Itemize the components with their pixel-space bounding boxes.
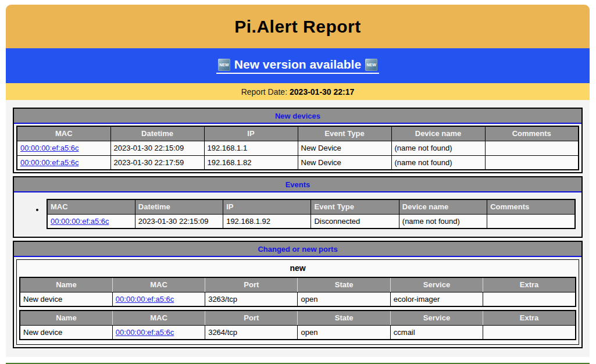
column-header-state: State — [298, 277, 390, 292]
cell-port: 3264/tcp — [205, 325, 298, 340]
cell-service: ccmail — [390, 325, 483, 340]
cell-ip: 192.168.1.1 — [204, 141, 298, 155]
cell-datetime: 2023-01-30 22:17:59 — [110, 155, 204, 170]
ports-table-1: Name MAC Port State Service Extra New de… — [19, 277, 576, 307]
table-header-row: Name MAC Port State Service Extra — [20, 311, 576, 325]
cell-device-name: (name not found) — [391, 141, 485, 155]
column-header-mac: MAC — [112, 277, 205, 292]
table-row: New device 00:00:00:ef:a5:6c 3264/tcp op… — [20, 325, 576, 340]
section-ports: Changed or new ports new Name MAC Port S… — [13, 241, 583, 348]
column-header-port: Port — [205, 311, 298, 325]
cell-event-type: New Device — [298, 155, 391, 170]
cell-device-name: (name not found) — [399, 214, 487, 229]
mac-link[interactable]: 00:00:00:ef:a5:6c — [116, 328, 174, 337]
mac-link[interactable]: 00:00:00:ef:a5:6c — [51, 217, 109, 226]
column-header-mac: MAC — [17, 126, 110, 141]
cell-mac: 00:00:00:ef:a5:6c — [47, 214, 135, 229]
new-version-link[interactable]: NEW New version available NEW — [216, 58, 379, 74]
report-container: Pi.Alert Report NEW New version availabl… — [6, 5, 590, 364]
column-header-ip: IP — [204, 126, 298, 141]
column-header-extra: Extra — [483, 277, 576, 292]
cell-port: 3263/tcp — [205, 292, 298, 306]
new-version-banner: NEW New version available NEW — [6, 48, 590, 83]
cell-comments — [487, 214, 575, 229]
cell-mac: 00:00:00:ef:a5:6c — [17, 141, 110, 155]
column-header-state: State — [298, 311, 390, 325]
cell-comments — [485, 155, 579, 170]
cell-name: New device — [20, 292, 112, 306]
cell-mac: 00:00:00:ef:a5:6c — [112, 325, 205, 340]
column-header-comments: Comments — [487, 199, 575, 214]
new-badge-icon: NEW — [365, 59, 377, 71]
column-header-device-name: Device name — [391, 126, 485, 141]
cell-state: open — [298, 292, 390, 306]
cell-event-type: New Device — [298, 141, 391, 155]
cell-extra — [483, 292, 576, 306]
table-header-row: Name MAC Port State Service Extra — [20, 277, 576, 292]
column-header-ip: IP — [223, 199, 311, 214]
column-header-mac: MAC — [47, 199, 135, 214]
events-list-item: MAC Datetime IP Event Type Device name C… — [44, 199, 578, 229]
column-header-comments: Comments — [485, 126, 579, 141]
section-title-events: Events — [14, 177, 581, 192]
column-header-service: Service — [390, 277, 483, 292]
report-date-label: Report Date: — [241, 87, 287, 97]
table-header-row: MAC Datetime IP Event Type Device name C… — [47, 199, 575, 214]
column-header-name: Name — [20, 277, 112, 292]
report-date-value: 2023-01-30 22:17 — [290, 87, 354, 97]
cell-comments — [485, 141, 579, 155]
column-header-event-type: Event Type — [298, 126, 391, 141]
cell-ip: 192.168.1.82 — [204, 155, 298, 170]
new-badge-icon: NEW — [218, 59, 230, 71]
report-body: New devices MAC Datetime IP Event Type D… — [6, 100, 590, 357]
cell-extra — [483, 325, 576, 340]
column-header-port: Port — [205, 277, 298, 292]
report-date-bar: Report Date: 2023-01-30 22:17 — [6, 83, 590, 100]
table-row: 00:00:00:ef:a5:6c 2023-01-30 22:15:09 19… — [17, 141, 579, 155]
table-header-row: MAC Datetime IP Event Type Device name C… — [17, 126, 579, 141]
mac-link[interactable]: 00:00:00:ef:a5:6c — [20, 144, 78, 152]
cell-device-name: (name not found) — [391, 155, 485, 170]
events-table: MAC Datetime IP Event Type Device name C… — [47, 199, 576, 229]
column-header-service: Service — [390, 311, 483, 325]
report-header: Pi.Alert Report — [6, 5, 590, 48]
cell-mac: 00:00:00:ef:a5:6c — [17, 155, 110, 170]
table-row: New device 00:00:00:ef:a5:6c 3263/tcp op… — [20, 292, 576, 306]
section-title-new-devices: New devices — [14, 109, 581, 124]
table-row: 00:00:00:ef:a5:6c 2023-01-30 22:17:59 19… — [17, 155, 579, 170]
events-list: MAC Datetime IP Event Type Device name C… — [14, 199, 578, 229]
cell-event-type: Disconnected — [311, 214, 399, 229]
section-events: Events MAC Datetime IP Event Type Device… — [13, 176, 583, 238]
mac-link[interactable]: 00:00:00:ef:a5:6c — [116, 295, 174, 304]
ports-new-group: new Name MAC Port State Service Extra — [16, 259, 579, 345]
column-header-datetime: Datetime — [110, 126, 204, 141]
cell-datetime: 2023-01-30 22:15:09 — [110, 141, 204, 155]
column-header-event-type: Event Type — [311, 199, 399, 214]
column-header-extra: Extra — [483, 311, 576, 325]
column-header-mac: MAC — [112, 311, 205, 325]
page-title: Pi.Alert Report — [234, 17, 361, 37]
column-header-device-name: Device name — [399, 199, 487, 214]
section-title-ports: Changed or new ports — [14, 242, 581, 257]
cell-service: ecolor-imager — [390, 292, 483, 306]
new-devices-table: MAC Datetime IP Event Type Device name C… — [16, 126, 579, 170]
new-version-label: New version available — [234, 58, 361, 72]
mac-link[interactable]: 00:00:00:ef:a5:6c — [20, 158, 78, 167]
ports-group-label: new — [17, 260, 579, 276]
cell-mac: 00:00:00:ef:a5:6c — [112, 292, 205, 306]
section-new-devices: New devices MAC Datetime IP Event Type D… — [13, 108, 583, 173]
ports-table-2: Name MAC Port State Service Extra New de… — [19, 310, 576, 340]
cell-state: open — [298, 325, 390, 340]
column-header-datetime: Datetime — [135, 199, 223, 214]
table-row: 00:00:00:ef:a5:6c 2023-01-30 22:15:09 19… — [47, 214, 575, 229]
cell-ip: 192.168.1.92 — [223, 214, 311, 229]
cell-datetime: 2023-01-30 22:15:09 — [135, 214, 223, 229]
column-header-name: Name — [20, 311, 112, 325]
cell-name: New device — [20, 325, 112, 340]
